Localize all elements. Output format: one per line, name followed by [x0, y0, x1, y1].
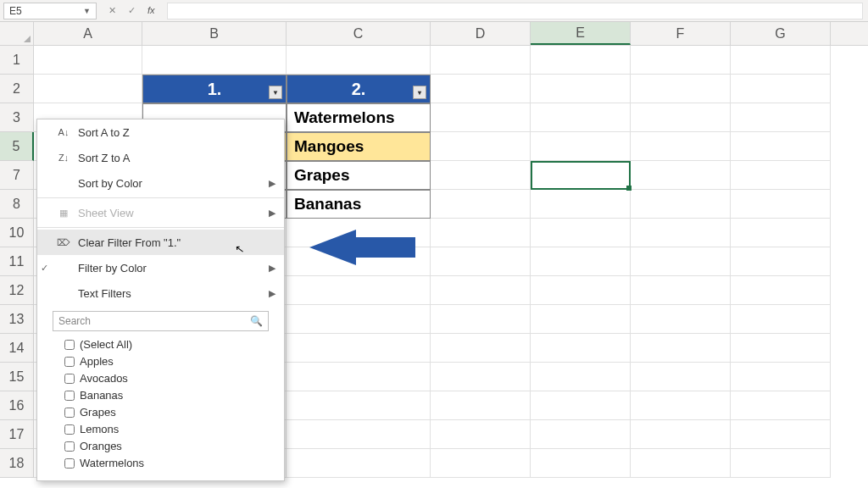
cell[interactable]: Bananas — [287, 190, 431, 219]
text-filters[interactable]: Text Filters▶ — [37, 280, 284, 306]
cell[interactable] — [731, 132, 831, 161]
cell[interactable] — [431, 276, 531, 305]
cell[interactable] — [431, 305, 531, 334]
table-header-2[interactable]: 2. ▾ — [287, 75, 431, 103]
filter-option[interactable]: Apples — [64, 353, 269, 370]
cell[interactable] — [531, 75, 631, 103]
cell[interactable] — [287, 449, 431, 478]
cancel-icon[interactable]: ✕ — [108, 5, 116, 16]
cell[interactable] — [531, 46, 631, 75]
cell[interactable] — [431, 247, 531, 276]
filter-by-color[interactable]: ✓Filter by Color▶ — [37, 255, 284, 280]
cell[interactable] — [142, 46, 287, 75]
row-header[interactable]: 10 — [0, 219, 34, 247]
row-header[interactable]: 15 — [0, 363, 34, 391]
filter-option[interactable]: Grapes — [64, 404, 269, 421]
cell[interactable] — [531, 363, 631, 391]
checkbox[interactable] — [64, 424, 75, 435]
cell[interactable] — [431, 219, 531, 247]
row-header[interactable]: 7 — [0, 161, 34, 190]
cell-E5-selected[interactable] — [531, 132, 631, 161]
filter-option[interactable]: Avocados — [64, 370, 269, 387]
row-header[interactable]: 5 — [0, 132, 34, 161]
cell[interactable] — [287, 46, 431, 75]
name-box[interactable]: E5 ▼ — [3, 3, 97, 19]
cell[interactable]: Grapes — [287, 161, 431, 190]
cell[interactable] — [431, 75, 531, 103]
filter-search-input[interactable]: Search🔍 — [53, 311, 269, 331]
cell[interactable] — [431, 420, 531, 449]
cell[interactable] — [731, 420, 831, 449]
row-header[interactable]: 2 — [0, 75, 34, 103]
filter-option[interactable]: Watermelons — [64, 455, 269, 472]
cell[interactable] — [287, 305, 431, 334]
cell[interactable]: Watermelons — [287, 103, 431, 132]
col-header-F[interactable]: F — [631, 22, 731, 45]
cell[interactable] — [631, 46, 731, 75]
cell[interactable] — [431, 391, 531, 420]
cell[interactable] — [531, 334, 631, 363]
cell[interactable] — [731, 46, 831, 75]
row-header[interactable]: 18 — [0, 449, 34, 478]
row-header[interactable]: 11 — [0, 247, 34, 276]
filter-option[interactable]: Bananas — [64, 387, 269, 404]
cell[interactable] — [631, 305, 731, 334]
row-header[interactable]: 13 — [0, 305, 34, 334]
cell[interactable] — [631, 219, 731, 247]
row-header[interactable]: 1 — [0, 46, 34, 75]
filter-option[interactable]: Lemons — [64, 421, 269, 438]
cell[interactable] — [531, 276, 631, 305]
cell[interactable] — [431, 132, 531, 161]
cell[interactable] — [431, 334, 531, 363]
cell[interactable] — [731, 363, 831, 391]
cell[interactable] — [287, 334, 431, 363]
row-header[interactable]: 8 — [0, 190, 34, 219]
cell[interactable] — [731, 75, 831, 103]
cell[interactable] — [731, 391, 831, 420]
cell[interactable] — [431, 190, 531, 219]
cell[interactable] — [731, 103, 831, 132]
cell[interactable] — [34, 75, 142, 103]
sort-by-color[interactable]: Sort by Color▶ — [37, 170, 284, 196]
checkbox[interactable] — [64, 357, 75, 367]
sort-a-to-z[interactable]: A↓Sort A to Z — [37, 119, 284, 145]
checkbox[interactable] — [64, 408, 75, 418]
cell[interactable] — [531, 161, 631, 190]
fx-icon[interactable]: fx — [147, 5, 155, 16]
table-header-1[interactable]: 1. ▼ — [142, 75, 287, 103]
cell[interactable] — [731, 219, 831, 247]
cell[interactable] — [731, 190, 831, 219]
col-header-C[interactable]: C — [287, 22, 431, 45]
cell[interactable] — [731, 247, 831, 276]
cell[interactable] — [531, 305, 631, 334]
cell[interactable] — [731, 334, 831, 363]
cell[interactable] — [531, 449, 631, 478]
cell[interactable] — [731, 449, 831, 478]
cell[interactable] — [631, 334, 731, 363]
checkbox[interactable] — [64, 391, 75, 401]
col-header-B[interactable]: B — [142, 22, 287, 45]
chevron-down-icon[interactable]: ▼ — [83, 7, 91, 15]
cell[interactable] — [631, 391, 731, 420]
cell[interactable] — [287, 391, 431, 420]
cell[interactable] — [631, 132, 731, 161]
cell[interactable] — [731, 276, 831, 305]
cell[interactable] — [631, 247, 731, 276]
checkbox[interactable] — [64, 458, 75, 469]
row-header[interactable]: 17 — [0, 420, 34, 449]
cell[interactable] — [631, 276, 731, 305]
cell[interactable] — [631, 161, 731, 190]
filter-dropdown-icon[interactable]: ▾ — [413, 86, 426, 99]
cell[interactable] — [431, 449, 531, 478]
checkbox[interactable] — [64, 374, 75, 384]
cell[interactable] — [287, 420, 431, 449]
col-header-A[interactable]: A — [34, 22, 142, 45]
cell[interactable] — [431, 103, 531, 132]
cell[interactable] — [731, 305, 831, 334]
filter-option[interactable]: Oranges — [64, 438, 269, 455]
cell[interactable] — [631, 75, 731, 103]
col-header-D[interactable]: D — [431, 22, 531, 45]
cell[interactable] — [631, 449, 731, 478]
filter-active-icon[interactable]: ▼ — [269, 86, 282, 99]
cell[interactable] — [631, 363, 731, 391]
